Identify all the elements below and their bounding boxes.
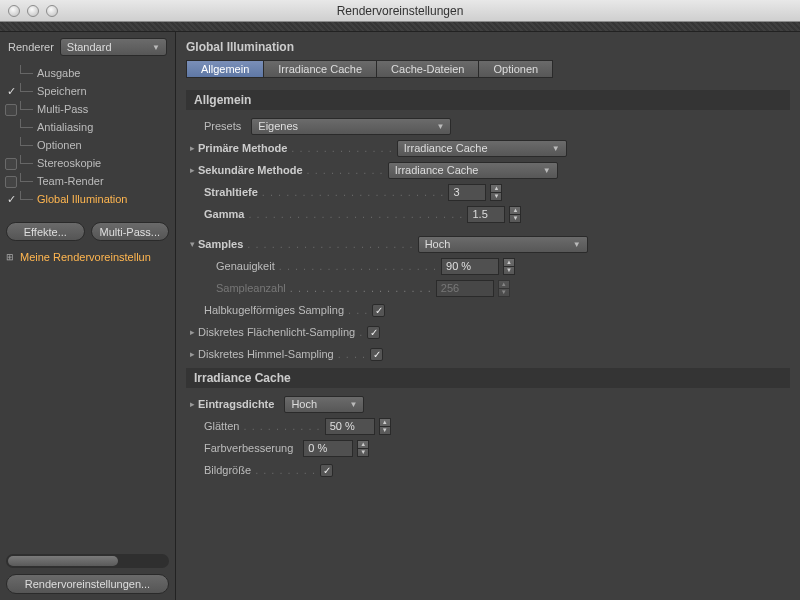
titlebar: Rendervoreinstellungen (0, 0, 800, 22)
sidebar-item-team-render[interactable]: Team-Render (0, 172, 175, 190)
color-label: Farbverbesserung (204, 442, 293, 454)
effects-button[interactable]: Effekte... (6, 222, 85, 241)
density-label: Eintragsdichte (198, 398, 274, 410)
render-settings-tree: Ausgabe ✓Speichern Multi-Pass Antialiasi… (0, 62, 175, 216)
disclosure-icon[interactable]: ▸ (186, 143, 198, 153)
presets-label: Presets (204, 120, 241, 132)
secondary-method-select[interactable]: Irradiance Cache▼ (388, 162, 558, 179)
accuracy-label: Genauigkeit (216, 260, 275, 272)
density-select[interactable]: Hoch▼ (284, 396, 364, 413)
depth-label: Strahltiefe (204, 186, 258, 198)
size-checkbox[interactable]: ✓ (320, 464, 333, 477)
main-panel: Global Illumination Allgemein Irradiance… (176, 32, 800, 600)
disclosure-icon[interactable]: ▾ (186, 239, 198, 249)
area-sampling-checkbox[interactable]: ✓ (367, 326, 380, 339)
accuracy-spinner[interactable]: ▲▼ (503, 258, 515, 275)
depth-spinner[interactable]: ▲▼ (490, 184, 502, 201)
preset-name[interactable]: Meine Rendervoreinstellun (20, 251, 151, 263)
samplecount-field: 256 (436, 280, 494, 297)
accuracy-field[interactable]: 90 % (441, 258, 499, 275)
tabs: Allgemein Irradiance Cache Cache-Dateien… (176, 60, 800, 86)
hemi-label: Halbkugelförmiges Sampling (204, 304, 344, 316)
window-title: Rendervoreinstellungen (0, 4, 800, 18)
tab-irradiance-cache[interactable]: Irradiance Cache (263, 60, 377, 78)
scrollbar-thumb[interactable] (8, 556, 118, 566)
secondary-method-label: Sekundäre Methode (198, 164, 303, 176)
sidebar-item-speichern[interactable]: ✓Speichern (0, 82, 175, 100)
sky-sampling-label: Diskretes Himmel-Sampling (198, 348, 334, 360)
samples-label: Samples (198, 238, 243, 250)
close-icon[interactable] (8, 5, 20, 17)
renderer-select[interactable]: Standard ▼ (60, 38, 167, 56)
tab-allgemein[interactable]: Allgemein (186, 60, 264, 78)
gamma-field[interactable]: 1.5 (467, 206, 505, 223)
disclosure-icon[interactable]: ▸ (186, 399, 198, 409)
color-spinner[interactable]: ▲▼ (357, 440, 369, 457)
chevron-down-icon: ▼ (152, 43, 160, 52)
minimize-icon[interactable] (27, 5, 39, 17)
area-sampling-label: Diskretes Flächenlicht-Sampling (198, 326, 355, 338)
tab-optionen[interactable]: Optionen (478, 60, 553, 78)
samplecount-spinner: ▲▼ (498, 280, 510, 297)
size-label: Bildgröße (204, 464, 251, 476)
sidebar-item-optionen[interactable]: Optionen (0, 136, 175, 154)
gamma-label: Gamma (204, 208, 244, 220)
hemi-checkbox[interactable]: ✓ (372, 304, 385, 317)
sidebar-item-stereoskopie[interactable]: Stereoskopie (0, 154, 175, 172)
color-field[interactable]: 0 % (303, 440, 353, 457)
gamma-spinner[interactable]: ▲▼ (509, 206, 521, 223)
sky-sampling-checkbox[interactable]: ✓ (370, 348, 383, 361)
toolbar-grip (0, 22, 800, 32)
disclosure-icon[interactable]: ▸ (186, 327, 198, 337)
smooth-field[interactable]: 50 % (325, 418, 375, 435)
chevron-down-icon: ▼ (543, 166, 551, 175)
sidebar-scrollbar[interactable] (6, 554, 169, 568)
presets-select[interactable]: Eigenes▼ (251, 118, 451, 135)
renderer-label: Renderer (8, 41, 54, 53)
disclosure-icon[interactable]: ▸ (186, 165, 198, 175)
samplecount-label: Sampleanzahl (216, 282, 286, 294)
chevron-down-icon: ▼ (349, 400, 357, 409)
smooth-spinner[interactable]: ▲▼ (379, 418, 391, 435)
sidebar-item-antialiasing[interactable]: Antialiasing (0, 118, 175, 136)
primary-method-select[interactable]: Irradiance Cache▼ (397, 140, 567, 157)
chevron-down-icon: ▼ (573, 240, 581, 249)
chevron-down-icon: ▼ (436, 122, 444, 131)
section-irradiance-cache: Irradiance Cache (186, 368, 790, 388)
section-allgemein: Allgemein (186, 90, 790, 110)
window-controls (8, 5, 58, 17)
samples-select[interactable]: Hoch▼ (418, 236, 588, 253)
sidebar-item-multipass[interactable]: Multi-Pass (0, 100, 175, 118)
disclosure-icon[interactable]: ▸ (186, 349, 198, 359)
smooth-label: Glätten (204, 420, 239, 432)
chevron-down-icon: ▼ (552, 144, 560, 153)
sidebar-item-gi[interactable]: ✓Global Illumination (0, 190, 175, 208)
panel-title: Global Illumination (176, 32, 800, 60)
sidebar-item-ausgabe[interactable]: Ausgabe (0, 64, 175, 82)
primary-method-label: Primäre Methode (198, 142, 287, 154)
tab-cache-dateien[interactable]: Cache-Dateien (376, 60, 479, 78)
depth-field[interactable]: 3 (448, 184, 486, 201)
zoom-icon[interactable] (46, 5, 58, 17)
multipass-button[interactable]: Multi-Pass... (91, 222, 170, 241)
render-settings-button[interactable]: Rendervoreinstellungen... (6, 574, 169, 594)
expand-icon[interactable]: ⊞ (6, 252, 14, 262)
sidebar: Renderer Standard ▼ Ausgabe ✓Speichern M… (0, 32, 176, 600)
